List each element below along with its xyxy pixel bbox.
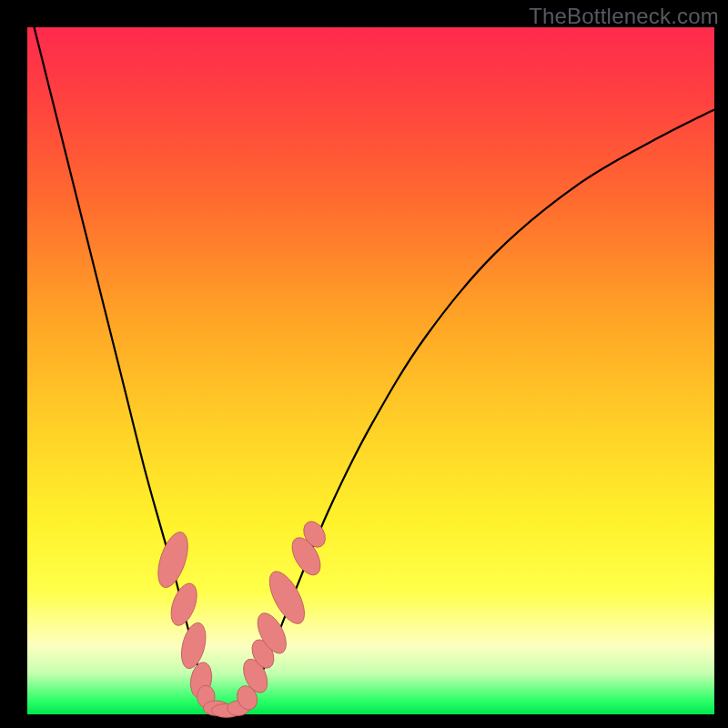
curve-marker: [152, 529, 193, 592]
bottleneck-curve: [35, 27, 714, 713]
plot-area: [27, 27, 714, 714]
chart-frame: TheBottleneck.com: [0, 0, 728, 728]
chart-svg: [27, 27, 714, 714]
curve-marker: [167, 580, 202, 629]
watermark-text: TheBottleneck.com: [529, 4, 719, 29]
curve-markers: [152, 518, 329, 718]
